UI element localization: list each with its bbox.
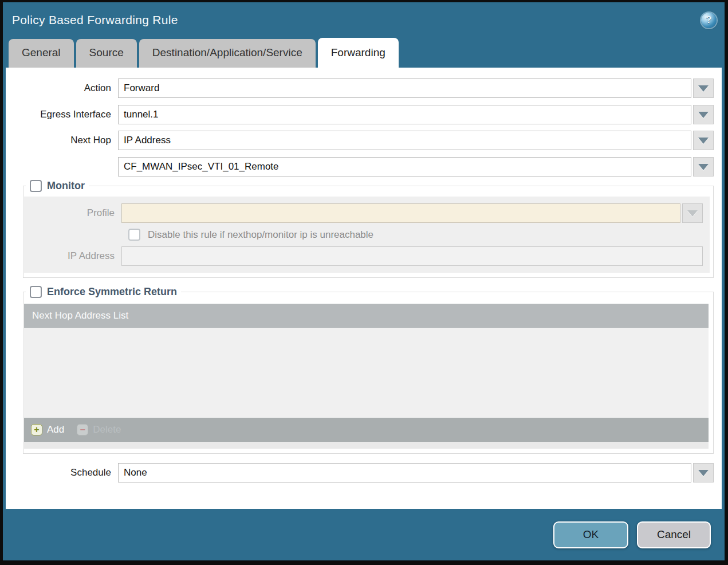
minus-icon: − bbox=[77, 424, 88, 435]
profile-label: Profile bbox=[31, 207, 121, 219]
profile-dropdown-button bbox=[682, 203, 703, 223]
table-body[interactable] bbox=[24, 328, 709, 418]
table-footer: + Add − Delete bbox=[24, 418, 709, 442]
next-hop-row: Next Hop bbox=[14, 131, 714, 150]
chevron-down-icon bbox=[698, 112, 709, 118]
next-hop-label: Next Hop bbox=[14, 135, 118, 146]
action-label: Action bbox=[14, 83, 118, 94]
cancel-button[interactable]: Cancel bbox=[637, 521, 711, 548]
monitor-panel: Profile Disable this rule if nexthop/mon… bbox=[24, 197, 710, 273]
action-input[interactable] bbox=[118, 79, 691, 98]
chevron-down-icon bbox=[698, 138, 709, 144]
egress-interface-row: Egress Interface bbox=[14, 105, 714, 124]
forwarding-tab-panel: Action Egress Interface Ne bbox=[6, 68, 722, 509]
policy-based-forwarding-dialog: Policy Based Forwarding Rule ? General S… bbox=[3, 2, 725, 560]
help-icon[interactable]: ? bbox=[701, 13, 717, 28]
profile-row: Profile bbox=[31, 203, 703, 223]
action-row: Action bbox=[14, 79, 714, 98]
title-bar: Policy Based Forwarding Rule ? bbox=[3, 2, 725, 38]
disable-rule-row: Disable this rule if nexthop/monitor ip … bbox=[128, 229, 703, 241]
monitor-ip-row: IP Address bbox=[31, 246, 703, 266]
table-scroll-strip bbox=[24, 442, 709, 449]
disable-rule-checkbox bbox=[128, 229, 140, 241]
schedule-row: Schedule bbox=[14, 463, 714, 482]
egress-interface-label: Egress Interface bbox=[14, 109, 118, 120]
table-header: Next Hop Address List bbox=[24, 304, 709, 328]
schedule-input[interactable] bbox=[118, 463, 691, 482]
chevron-down-icon bbox=[698, 85, 709, 92]
symmetric-return-legend: Enforce Symmetric Return bbox=[26, 286, 181, 298]
table-header-label: Next Hop Address List bbox=[32, 310, 128, 321]
next-hop-type-input[interactable] bbox=[118, 131, 691, 150]
next-hop-address-input[interactable] bbox=[118, 157, 691, 176]
monitor-ip-label: IP Address bbox=[31, 250, 121, 262]
ok-button[interactable]: OK bbox=[553, 521, 628, 548]
next-hop-address-list-table: Next Hop Address List + Add − Delete bbox=[24, 304, 709, 449]
symmetric-return-legend-label: Enforce Symmetric Return bbox=[47, 286, 177, 298]
schedule-label: Schedule bbox=[14, 467, 118, 478]
tab-strip: General Source Destination/Application/S… bbox=[3, 38, 725, 68]
symmetric-return-fieldset: Enforce Symmetric Return Next Hop Addres… bbox=[23, 286, 714, 454]
next-hop-address-dropdown-button[interactable] bbox=[693, 157, 714, 176]
monitor-ip-input bbox=[121, 246, 703, 266]
tab-general[interactable]: General bbox=[9, 39, 74, 68]
delete-button: − Delete bbox=[77, 424, 121, 435]
schedule-dropdown-button[interactable] bbox=[693, 463, 714, 482]
egress-interface-input[interactable] bbox=[118, 105, 691, 124]
chevron-down-icon bbox=[698, 470, 709, 476]
add-button[interactable]: + Add bbox=[31, 424, 64, 435]
dialog-title: Policy Based Forwarding Rule bbox=[12, 13, 178, 27]
next-hop-address-row bbox=[14, 157, 714, 176]
add-button-label: Add bbox=[47, 424, 64, 435]
plus-icon: + bbox=[31, 424, 42, 435]
chevron-down-icon bbox=[687, 210, 698, 217]
monitor-legend-label: Monitor bbox=[47, 180, 85, 192]
monitor-legend: Monitor bbox=[26, 180, 89, 192]
dialog-footer: OK Cancel bbox=[3, 509, 725, 560]
egress-interface-dropdown-button[interactable] bbox=[693, 105, 714, 124]
disable-rule-label: Disable this rule if nexthop/monitor ip … bbox=[148, 229, 373, 241]
tab-destination-application-service[interactable]: Destination/Application/Service bbox=[139, 39, 316, 68]
monitor-checkbox[interactable] bbox=[30, 180, 42, 192]
symmetric-return-checkbox[interactable] bbox=[30, 286, 42, 298]
action-dropdown-button[interactable] bbox=[693, 79, 714, 98]
chevron-down-icon bbox=[698, 164, 709, 170]
tab-source[interactable]: Source bbox=[76, 39, 137, 68]
delete-button-label: Delete bbox=[93, 424, 121, 435]
dialog-frame: Policy Based Forwarding Rule ? General S… bbox=[0, 0, 728, 565]
next-hop-dropdown-button[interactable] bbox=[693, 131, 714, 150]
profile-input bbox=[121, 203, 680, 223]
tab-forwarding[interactable]: Forwarding bbox=[318, 38, 399, 68]
monitor-fieldset: Monitor Profile Disable bbox=[23, 180, 714, 278]
